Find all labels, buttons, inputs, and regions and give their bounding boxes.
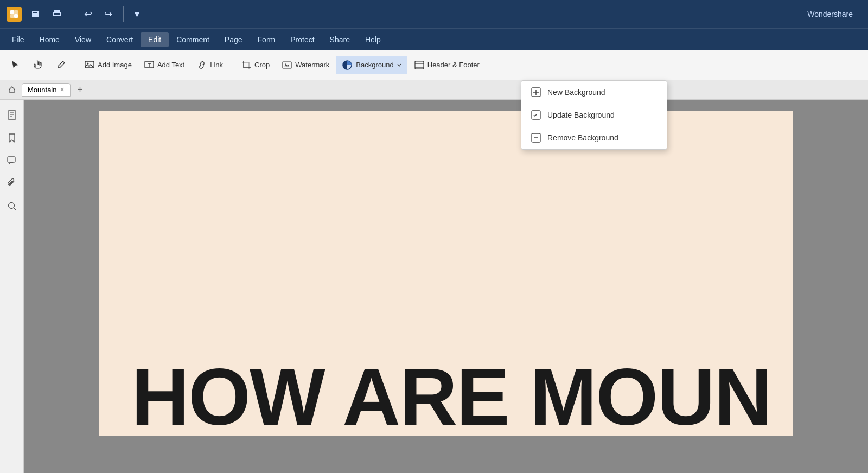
menu-edit[interactable]: Edit [141, 32, 169, 47]
remove-background-icon [530, 132, 542, 144]
edit-tool-button[interactable] [50, 56, 72, 74]
toolbar-sep-2 [232, 56, 232, 74]
new-background-icon [530, 86, 542, 98]
svg-rect-2 [10, 14, 14, 18]
menu-page[interactable]: Page [217, 32, 250, 47]
svg-rect-13 [8, 111, 16, 119]
crop-label: Crop [254, 61, 270, 69]
hand-tool-button[interactable] [27, 56, 49, 74]
svg-line-19 [14, 208, 16, 210]
save-button[interactable] [27, 7, 43, 22]
menu-protect[interactable]: Protect [283, 32, 322, 47]
edit-icon [55, 60, 66, 71]
new-background-label: New Background [547, 88, 605, 97]
tab-close-button[interactable]: ✕ [60, 86, 65, 93]
link-button[interactable]: Link [191, 56, 228, 74]
remove-background-label: Remove Background [547, 133, 618, 142]
menu-form[interactable]: Form [250, 32, 283, 47]
svg-rect-17 [8, 157, 15, 162]
toolbar-sep-1 [75, 56, 75, 74]
redo-button[interactable]: ↪ [101, 7, 116, 21]
svg-point-6 [87, 62, 89, 64]
menu-bar: File Home View Convert Edit Comment Page… [0, 28, 868, 50]
add-image-label: Add Image [98, 61, 132, 69]
menu-view[interactable]: View [67, 32, 99, 47]
watermark-icon [282, 60, 292, 71]
link-label: Link [210, 61, 223, 69]
background-label: Background [356, 61, 393, 69]
background-icon [341, 59, 353, 71]
search-icon [7, 201, 17, 212]
app-logo [7, 7, 22, 22]
new-background-item[interactable]: New Background [521, 81, 667, 104]
app-name-label: Wondershare [807, 10, 861, 18]
document-page: HOW ARE MOUN [99, 111, 793, 436]
comments-panel-button[interactable] [3, 152, 21, 169]
toolbar: Add Image Add Text Link Crop Watermark B… [0, 50, 868, 80]
home-icon [8, 86, 16, 94]
svg-rect-8 [283, 62, 291, 68]
attachment-icon [7, 178, 17, 189]
hand-icon [33, 60, 43, 71]
pages-panel-button[interactable] [3, 106, 21, 124]
background-dropdown-menu: New Background Update Background Remove … [521, 80, 667, 150]
svg-rect-10 [415, 61, 424, 69]
svg-point-18 [8, 203, 14, 209]
svg-rect-3 [14, 14, 18, 18]
image-icon [84, 60, 95, 71]
bookmarks-panel-button[interactable] [3, 129, 21, 146]
document-tab[interactable]: Mountain ✕ [22, 83, 71, 97]
update-background-icon [530, 109, 542, 121]
separator-2 [123, 6, 124, 22]
header-footer-icon [414, 60, 425, 71]
background-chevron-icon [397, 62, 402, 68]
link-icon [196, 60, 207, 71]
search-panel-button[interactable] [3, 197, 21, 215]
menu-share[interactable]: Share [322, 32, 358, 47]
watermark-label: Watermark [295, 61, 329, 69]
quick-access-button[interactable]: ▾ [131, 7, 143, 21]
tab-name: Mountain [28, 86, 56, 94]
cursor-icon [10, 60, 21, 71]
left-sidebar [0, 100, 24, 473]
main-layout: HOW ARE MOUN [0, 100, 868, 473]
background-button[interactable]: Background [336, 56, 407, 74]
home-tab-button[interactable] [4, 82, 20, 98]
menu-convert[interactable]: Convert [99, 32, 141, 47]
separator-1 [73, 6, 73, 22]
comments-icon [7, 155, 17, 166]
menu-comment[interactable]: Comment [169, 32, 217, 47]
svg-rect-1 [14, 10, 18, 14]
watermark-button[interactable]: Watermark [276, 56, 335, 74]
document-content-text: HOW ARE MOUN [99, 353, 793, 436]
text-icon [144, 60, 155, 71]
crop-icon [241, 60, 252, 71]
update-background-item[interactable]: Update Background [521, 104, 667, 126]
add-text-label: Add Text [157, 61, 184, 69]
pages-icon [7, 110, 17, 120]
menu-home[interactable]: Home [32, 32, 67, 47]
header-footer-label: Header & Footer [427, 61, 480, 69]
header-footer-button[interactable]: Header & Footer [409, 56, 485, 74]
add-text-button[interactable]: Add Text [138, 56, 190, 74]
add-image-button[interactable]: Add Image [79, 56, 137, 74]
update-background-label: Update Background [547, 111, 615, 119]
new-tab-button[interactable]: + [73, 83, 87, 97]
remove-background-item[interactable]: Remove Background [521, 126, 667, 149]
undo-button[interactable]: ↩ [81, 7, 95, 21]
select-tool-button[interactable] [4, 56, 26, 74]
svg-rect-0 [10, 10, 14, 14]
tab-bar: Mountain ✕ + [0, 80, 868, 100]
crop-button[interactable]: Crop [235, 56, 275, 74]
bookmark-icon [7, 132, 17, 143]
svg-rect-4 [54, 10, 60, 12]
title-bar: ↩ ↪ ▾ Wondershare [0, 0, 868, 28]
print-button[interactable] [49, 7, 65, 22]
menu-help[interactable]: Help [358, 32, 388, 47]
canvas-area[interactable]: HOW ARE MOUN [24, 100, 868, 473]
attachments-panel-button[interactable] [3, 175, 21, 192]
menu-file[interactable]: File [4, 32, 32, 47]
